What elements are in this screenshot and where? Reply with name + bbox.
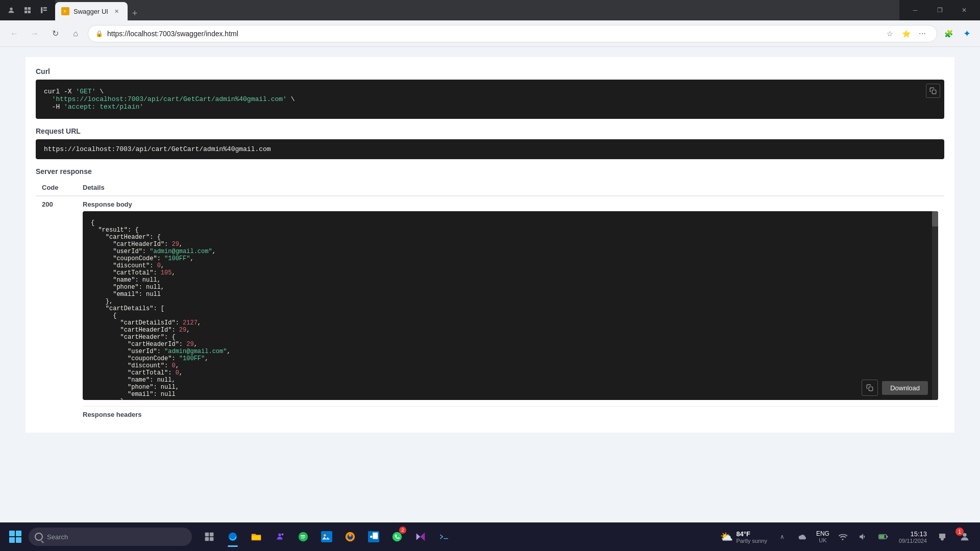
reload-btn[interactable]: ↻: [47, 26, 63, 42]
swagger-section: Curl curl -X 'GET' \ 'https://localhost:…: [26, 57, 954, 433]
svg-rect-14: [205, 537, 209, 541]
weather-text: 84°F Partly sunny: [736, 530, 767, 544]
taskbar-app-vs[interactable]: [409, 525, 432, 548]
taskbar-app-spotify[interactable]: [292, 525, 314, 548]
weather-temp: 84°F: [736, 530, 767, 538]
response-body-scrollthumb[interactable]: [932, 211, 938, 227]
more-btn[interactable]: ⋯: [915, 27, 929, 41]
minimize-btn[interactable]: ─: [903, 0, 927, 20]
curl-block: curl -X 'GET' \ 'https://localhost:7003/…: [36, 80, 944, 119]
svg-point-17: [282, 534, 284, 536]
hidden-icons-btn[interactable]: ∧: [773, 528, 792, 546]
svg-rect-13: [210, 533, 214, 537]
network-icon[interactable]: [834, 528, 852, 546]
svg-point-20: [324, 534, 326, 537]
svg-point-26: [370, 536, 373, 538]
restore-btn[interactable]: ❐: [928, 0, 951, 20]
tab-favicon: S: [61, 7, 69, 15]
tab-groups-btn[interactable]: [20, 3, 35, 17]
svg-text:S: S: [64, 10, 66, 13]
cloud-icon[interactable]: [794, 528, 812, 546]
svg-rect-25: [373, 533, 378, 539]
active-tab[interactable]: S Swagger UI ✕: [55, 2, 128, 20]
windows-icon: [9, 531, 21, 543]
request-url-box: https://localhost:7003/api/cart/GetCart/…: [36, 139, 944, 159]
svg-rect-4: [28, 11, 31, 13]
favorites-sidebar-btn[interactable]: ⭐: [899, 27, 913, 41]
battery-icon[interactable]: [874, 528, 893, 546]
window-controls: ─ ❐ ✕: [903, 0, 976, 20]
svg-rect-10: [932, 90, 936, 94]
taskbar-app-whatsapp[interactable]: 2: [386, 525, 408, 548]
server-response-label: Server response: [36, 167, 944, 176]
copilot-btn[interactable]: ✦: [960, 27, 974, 41]
taskbar-system-tray: ⛅ 84°F Partly sunny ∧ ENG UK: [716, 525, 976, 548]
forward-btn[interactable]: →: [27, 26, 43, 42]
close-btn[interactable]: ✕: [952, 0, 976, 20]
details-header: Details: [77, 180, 944, 196]
taskbar-app-terminal[interactable]: [433, 525, 455, 548]
tab-title: Swagger UI: [74, 8, 108, 15]
taskbar-time[interactable]: 15:13 09/11/2024: [895, 530, 931, 544]
response-body-container: { "result": { "cartHeader": { "cartHeade…: [83, 211, 938, 400]
response-body-scrollbar[interactable]: [932, 211, 938, 400]
taskbar-app-teams[interactable]: [268, 525, 291, 548]
curl-line1: curl -X 'GET' \: [44, 88, 936, 95]
lang-code: ENG: [816, 530, 829, 537]
response-body-code: { "result": { "cartHeader": { "cartHeade…: [83, 211, 938, 400]
start-btn[interactable]: [4, 525, 27, 548]
new-tab-btn[interactable]: +: [128, 6, 142, 20]
address-bar[interactable]: 🔒 https://localhost:7003/swagger/index.h…: [88, 25, 937, 42]
profile-btn[interactable]: [4, 3, 18, 17]
request-url-section: Request URL https://localhost:7003/api/c…: [36, 127, 944, 159]
url-text: https://localhost:7003/swagger/index.htm…: [107, 30, 878, 38]
json-content: { "result": { "cartHeader": { "cartHeade…: [91, 219, 930, 400]
curl-copy-btn[interactable]: [926, 84, 940, 98]
svg-rect-11: [869, 387, 873, 391]
extensions-btn[interactable]: 🧩: [941, 27, 955, 41]
home-btn[interactable]: ⌂: [67, 26, 84, 42]
lang-region: UK: [819, 537, 826, 543]
taskbar-search-bar[interactable]: Search: [29, 528, 192, 546]
address-actions: ☆ ⭐ ⋯: [883, 27, 929, 41]
vertical-tabs-btn[interactable]: [37, 3, 51, 17]
taskbar-app-outlook[interactable]: [362, 525, 385, 548]
taskbar-notifications-btn[interactable]: 1: [953, 525, 976, 548]
time-display: 15:13: [910, 530, 927, 538]
svg-point-27: [393, 532, 402, 541]
server-response-section: Server response Code Details 200 Respons…: [36, 167, 944, 422]
taskbar-search-text: Search: [47, 533, 68, 541]
tab-close-btn[interactable]: ✕: [112, 7, 121, 16]
copy-response-btn[interactable]: [862, 380, 878, 396]
volume-icon[interactable]: [854, 528, 872, 546]
svg-rect-31: [887, 536, 888, 537]
taskbar-weather[interactable]: ⛅ 84°F Partly sunny: [716, 528, 771, 546]
response-headers-label: Response headers: [83, 406, 938, 418]
notification-center-btn[interactable]: [933, 528, 951, 546]
taskbar-apps: 2: [194, 525, 714, 548]
taskbar-app-firefox[interactable]: [339, 525, 361, 548]
taskbar: Search: [0, 522, 980, 551]
favorite-btn[interactable]: ☆: [883, 27, 897, 41]
taskbar-app-edge[interactable]: [222, 525, 244, 548]
main-content: Curl curl -X 'GET' \ 'https://localhost:…: [0, 47, 980, 522]
svg-rect-19: [321, 531, 332, 542]
svg-rect-15: [210, 537, 214, 541]
taskbar-app-taskview[interactable]: [198, 525, 220, 548]
svg-rect-7: [43, 10, 47, 11]
svg-rect-5: [41, 7, 42, 13]
svg-rect-3: [24, 11, 27, 13]
notification-count-badge: 1: [955, 528, 964, 536]
back-btn[interactable]: ←: [6, 26, 22, 42]
taskbar-language[interactable]: ENG UK: [814, 530, 831, 543]
svg-rect-1: [24, 7, 27, 10]
browser-chrome: S Swagger UI ✕ + ─ ❐ ✕: [0, 0, 980, 20]
taskbar-app-photos[interactable]: [315, 525, 338, 548]
date-display: 09/11/2024: [899, 538, 927, 544]
tab-bar: S Swagger UI ✕ +: [55, 0, 899, 20]
lock-icon: 🔒: [95, 30, 103, 37]
taskbar-app-explorer[interactable]: [245, 525, 267, 548]
curl-line3: -H 'accept: text/plain': [44, 103, 936, 111]
svg-rect-6: [43, 7, 47, 9]
download-btn[interactable]: Download: [882, 381, 928, 395]
